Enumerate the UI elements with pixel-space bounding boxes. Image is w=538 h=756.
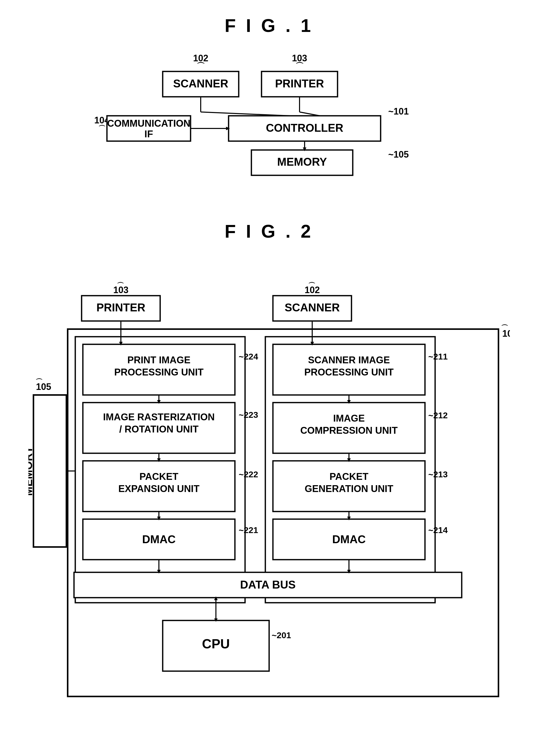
svg-text:~221: ~221 xyxy=(239,525,258,535)
svg-text:SCANNER: SCANNER xyxy=(173,77,228,90)
svg-text:PRINTER: PRINTER xyxy=(96,301,145,314)
svg-text:MEMORY: MEMORY xyxy=(28,446,34,496)
svg-text:~222: ~222 xyxy=(239,470,258,479)
svg-text:~105: ~105 xyxy=(388,149,409,160)
svg-text:PROCESSING UNIT: PROCESSING UNIT xyxy=(114,367,203,378)
svg-text:PRINT IMAGE: PRINT IMAGE xyxy=(127,355,190,365)
svg-text:IMAGE: IMAGE xyxy=(333,413,365,424)
svg-text:⌒: ⌒ xyxy=(197,62,205,71)
svg-text:PACKET: PACKET xyxy=(139,471,178,482)
svg-text:IF: IF xyxy=(144,129,153,139)
fig2-diagram: 101 ⌒ MEMORY 105 ⌒ 103 ⌒ PRINTER 102 ⌒ S… xyxy=(28,254,510,736)
page-content: F I G . 1 102 ⌒ 103 ⌒ SCANNER PRINTER 10… xyxy=(28,15,510,736)
svg-text:~213: ~213 xyxy=(428,470,448,479)
svg-text:EXPANSION UNIT: EXPANSION UNIT xyxy=(118,483,199,494)
svg-text:⌒: ⌒ xyxy=(117,282,124,289)
svg-text:COMMUNICATION: COMMUNICATION xyxy=(107,118,190,129)
svg-text:PACKET: PACKET xyxy=(329,471,368,482)
svg-text:⌒: ⌒ xyxy=(296,62,303,71)
svg-text:PROCESSING UNIT: PROCESSING UNIT xyxy=(304,367,394,378)
svg-text:~214: ~214 xyxy=(428,525,448,535)
fig2-svg: 101 ⌒ MEMORY 105 ⌒ 103 ⌒ PRINTER 102 ⌒ S… xyxy=(28,254,510,736)
svg-text:~211: ~211 xyxy=(428,352,448,361)
svg-text:CPU: CPU xyxy=(202,636,230,651)
svg-text:~101: ~101 xyxy=(388,106,409,117)
svg-text:⌒: ⌒ xyxy=(98,125,105,132)
svg-text:SCANNER IMAGE: SCANNER IMAGE xyxy=(308,355,390,365)
svg-text:~223: ~223 xyxy=(239,410,258,420)
svg-text:⌒: ⌒ xyxy=(35,378,43,386)
svg-text:GENERATION UNIT: GENERATION UNIT xyxy=(304,483,393,494)
svg-text:/ ROTATION UNIT: / ROTATION UNIT xyxy=(119,424,198,434)
svg-text:MEMORY: MEMORY xyxy=(277,156,327,168)
svg-text:DMAC: DMAC xyxy=(142,533,176,545)
svg-text:CONTROLLER: CONTROLLER xyxy=(266,122,344,134)
svg-text:~224: ~224 xyxy=(239,352,258,361)
svg-text:~212: ~212 xyxy=(428,410,448,420)
fig1-diagram: 102 ⌒ 103 ⌒ SCANNER PRINTER 104 ⌒ COMMUN… xyxy=(28,49,510,190)
svg-text:⌒: ⌒ xyxy=(308,282,315,289)
fig1-svg: 102 ⌒ 103 ⌒ SCANNER PRINTER 104 ⌒ COMMUN… xyxy=(92,49,447,190)
fig1-title: F I G . 1 xyxy=(28,15,510,36)
svg-text:DMAC: DMAC xyxy=(332,533,366,545)
svg-text:COMPRESSION UNIT: COMPRESSION UNIT xyxy=(300,425,397,436)
svg-text:IMAGE RASTERIZATION: IMAGE RASTERIZATION xyxy=(103,412,215,422)
fig2-title: F I G . 2 xyxy=(28,221,510,242)
svg-rect-30 xyxy=(33,395,66,547)
svg-text:DATA BUS: DATA BUS xyxy=(240,579,296,591)
svg-text:SCANNER: SCANNER xyxy=(285,301,340,314)
svg-text:⌒: ⌒ xyxy=(501,324,508,332)
svg-text:~201: ~201 xyxy=(272,630,291,640)
svg-text:PRINTER: PRINTER xyxy=(275,77,324,90)
